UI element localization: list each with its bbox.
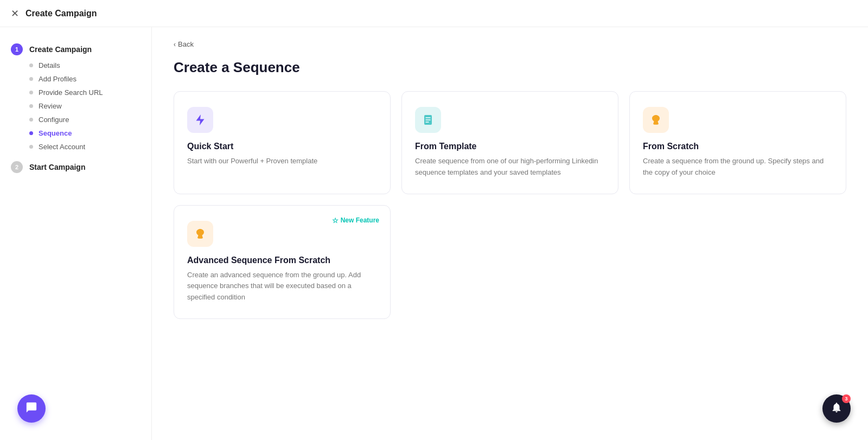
step2-badge: 2 (11, 161, 23, 173)
from-template-desc: Create sequence from one of our high-per… (415, 156, 605, 178)
from-template-card[interactable]: From Template Create sequence from one o… (401, 91, 618, 194)
sidebar-item-details[interactable]: Details (0, 59, 151, 72)
from-template-title: From Template (415, 142, 605, 151)
configure-dot (29, 118, 33, 122)
step1-badge: 1 (11, 43, 23, 55)
step2-label: Start Campaign (29, 163, 85, 171)
add-profiles-dot (29, 77, 33, 81)
sidebar-item-provide-search-url[interactable]: Provide Search URL (0, 86, 151, 99)
advanced-sequence-title: Advanced Sequence From Scratch (187, 256, 377, 265)
from-scratch-icon (643, 107, 669, 133)
close-icon[interactable]: ✕ (11, 9, 19, 18)
step1-label: Create Campaign (29, 45, 92, 54)
back-label: Back (178, 40, 194, 48)
from-scratch-title: From Scratch (643, 142, 833, 151)
notification-icon (831, 401, 843, 416)
layout: 1 Create Campaign Details Add Profiles P… (0, 27, 868, 440)
page-title: Create a Sequence (174, 59, 846, 76)
from-scratch-desc: Create a sequence from the ground up. Sp… (643, 156, 833, 178)
notification-badge: 3 (842, 394, 851, 403)
sidebar-item-sequence[interactable]: Sequence (0, 126, 151, 140)
sidebar-group-step2: 2 Start Campaign (0, 158, 151, 176)
provide-search-url-dot (29, 91, 33, 94)
header: ✕ Create Campaign (0, 0, 868, 27)
back-chevron-icon: ‹ (174, 41, 176, 48)
chat-button[interactable] (17, 394, 46, 423)
select-account-dot (29, 145, 33, 149)
header-title: Create Campaign (25, 9, 97, 18)
sidebar-item-select-account[interactable]: Select Account (0, 140, 151, 154)
sidebar-item-review[interactable]: Review (0, 99, 151, 113)
review-dot (29, 104, 33, 108)
new-feature-badge: ☆ New Feature (332, 216, 379, 225)
chat-icon (25, 401, 37, 416)
star-icon: ☆ (332, 216, 339, 225)
sidebar-step2[interactable]: 2 Start Campaign (0, 158, 151, 176)
quick-start-icon (187, 107, 213, 133)
sidebar-item-add-profiles[interactable]: Add Profiles (0, 72, 151, 86)
sidebar: 1 Create Campaign Details Add Profiles P… (0, 27, 152, 440)
from-template-icon (415, 107, 441, 133)
new-feature-label: New Feature (341, 216, 379, 224)
provide-search-url-label: Provide Search URL (39, 88, 103, 97)
cards-bottom: ☆ New Feature Advanced Sequence From Scr… (174, 205, 846, 319)
advanced-sequence-icon (187, 221, 213, 247)
review-label: Review (39, 102, 62, 110)
add-profiles-label: Add Profiles (39, 75, 76, 83)
sidebar-item-configure[interactable]: Configure (0, 113, 151, 126)
main-content: ‹ Back Create a Sequence Quick Start Sta… (152, 27, 868, 440)
back-link[interactable]: ‹ Back (174, 40, 846, 48)
sequence-label: Sequence (39, 129, 72, 137)
sidebar-step1[interactable]: 1 Create Campaign (0, 40, 151, 59)
select-account-label: Select Account (39, 143, 85, 151)
sequence-dot (29, 131, 33, 135)
sidebar-group-step1: 1 Create Campaign Details Add Profiles P… (0, 40, 151, 154)
quick-start-title: Quick Start (187, 142, 377, 151)
notification-button[interactable]: 3 (822, 394, 851, 423)
from-scratch-card[interactable]: From Scratch Create a sequence from the … (629, 91, 846, 194)
cards-grid: Quick Start Start with our Powerful + Pr… (174, 91, 846, 194)
configure-label: Configure (39, 116, 69, 124)
quick-start-card[interactable]: Quick Start Start with our Powerful + Pr… (174, 91, 391, 194)
details-label: Details (39, 61, 60, 69)
advanced-sequence-desc: Create an advanced sequence from the gro… (187, 270, 377, 303)
details-dot (29, 63, 33, 67)
advanced-sequence-card[interactable]: ☆ New Feature Advanced Sequence From Scr… (174, 205, 391, 319)
quick-start-desc: Start with our Powerful + Proven templat… (187, 156, 377, 167)
